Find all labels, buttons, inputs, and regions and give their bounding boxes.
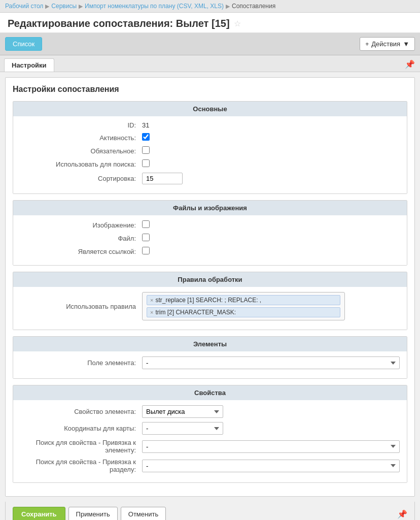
field-sort: Сортировка: 15 xyxy=(20,173,400,184)
label-rules: Использовать правила xyxy=(20,303,142,310)
favorite-icon[interactable]: ☆ xyxy=(234,19,241,28)
basic-section: Основные ID: 31 Активность: Обязательное… xyxy=(13,101,407,194)
label-image: Изображение: xyxy=(20,221,142,229)
rule-close-2[interactable]: × xyxy=(150,309,153,315)
field-id: ID: 31 xyxy=(20,121,400,129)
actions-button[interactable]: + Действия ▼ xyxy=(360,37,415,51)
field-map-coords: Координаты для карты: - xyxy=(20,422,400,435)
label-file: Файл: xyxy=(20,235,142,242)
chevron-down-icon: ▼ xyxy=(403,40,409,48)
checkbox-search[interactable] xyxy=(142,159,150,167)
breadcrumb-current: Сопоставления xyxy=(232,3,275,10)
label-search: Использовать для поиска: xyxy=(20,160,142,168)
rules-section-header: Правила обработки xyxy=(13,272,407,287)
field-image: Изображение: xyxy=(20,220,400,230)
field-element-field: Поле элемента: - xyxy=(20,356,400,369)
main-content: Настройки сопоставления Основные ID: 31 … xyxy=(5,77,415,497)
breadcrumb-sep-1: ▶ xyxy=(45,3,49,10)
checkbox-image[interactable] xyxy=(142,220,150,228)
elements-section-header: Элементы xyxy=(13,337,407,351)
properties-section: Свойства Свойство элемента: Вылет диска … xyxy=(13,385,407,483)
bottom-buttons: Сохранить Применить Отменить xyxy=(13,507,166,520)
pin-bottom-icon[interactable]: 📌 xyxy=(397,509,407,519)
field-element-property: Свойство элемента: Вылет диска xyxy=(20,405,400,418)
field-file: Файл: xyxy=(20,234,400,243)
basic-section-header: Основные xyxy=(13,102,407,116)
rules-container: × str_replace [1] SEARCH: ; REPLACE: , ×… xyxy=(142,292,345,320)
label-search-element: Поиск для свойства - Привязка к элементу… xyxy=(20,439,142,454)
label-element-field: Поле элемента: xyxy=(20,359,142,367)
field-search-element: Поиск для свойства - Привязка к элементу… xyxy=(20,439,400,454)
breadcrumb-sep-3: ▶ xyxy=(226,3,230,10)
rules-section: Правила обработки Использовать правила ×… xyxy=(13,272,407,330)
label-map-coords: Координаты для карты: xyxy=(20,425,142,432)
elements-section: Элементы Поле элемента: - xyxy=(13,336,407,379)
list-button[interactable]: Список xyxy=(5,37,42,51)
page-title: Редактирование сопоставления: Вылет [15] xyxy=(8,18,230,29)
checkbox-activity[interactable] xyxy=(142,133,150,141)
properties-section-header: Свойства xyxy=(13,385,407,400)
field-search: Использовать для поиска: xyxy=(20,159,400,169)
select-element-field[interactable]: - xyxy=(142,356,400,369)
breadcrumb-import[interactable]: Импорт номенклатуры по плану (CSV, XML, … xyxy=(85,3,224,10)
field-link: Является ссылкой: xyxy=(20,247,400,256)
save-button[interactable]: Сохранить xyxy=(13,507,65,520)
breadcrumb-desktop[interactable]: Рабочий стол xyxy=(5,3,43,10)
bottom-bar: Сохранить Применить Отменить 📌 xyxy=(5,502,415,520)
cancel-button[interactable]: Отменить xyxy=(121,507,166,520)
properties-section-body: Свойство элемента: Вылет диска Координат… xyxy=(13,400,407,482)
basic-section-body: ID: 31 Активность: Обязательное: Использ… xyxy=(13,116,407,193)
select-search-section[interactable]: - xyxy=(142,460,400,472)
form-section-title: Настройки сопоставления xyxy=(13,85,407,94)
files-section: Файлы и изображения Изображение: Файл: Я… xyxy=(13,200,407,266)
rule-text-2: trim [2] CHARACTER_MASK: xyxy=(155,309,236,316)
files-section-body: Изображение: Файл: Является ссылкой: xyxy=(13,215,407,265)
select-search-element[interactable]: - xyxy=(142,440,400,453)
checkbox-file[interactable] xyxy=(142,234,150,241)
field-required: Обязательное: xyxy=(20,146,400,155)
value-id: 31 xyxy=(142,121,149,129)
select-element-property[interactable]: Вылет диска xyxy=(142,405,223,418)
toolbar: Список + Действия ▼ xyxy=(0,33,420,55)
checkbox-link[interactable] xyxy=(142,247,150,254)
breadcrumb-sep-2: ▶ xyxy=(79,3,83,10)
rule-text-1: str_replace [1] SEARCH: ; REPLACE: , xyxy=(155,297,261,304)
checkbox-required[interactable] xyxy=(142,146,150,154)
breadcrumb-services[interactable]: Сервисы xyxy=(51,3,77,10)
tabs-bar: Настройки 📌 xyxy=(0,55,420,72)
apply-button[interactable]: Применить xyxy=(68,507,118,520)
breadcrumb: Рабочий стол ▶ Сервисы ▶ Импорт номенкла… xyxy=(0,0,420,13)
pin-icon[interactable]: 📌 xyxy=(405,59,415,71)
label-search-section: Поиск для свойства - Привязка к разделу: xyxy=(20,458,142,473)
tab-settings[interactable]: Настройки xyxy=(4,58,54,72)
label-link: Является ссылкой: xyxy=(20,248,142,255)
select-map-coords[interactable]: - xyxy=(142,422,223,435)
field-rules: Использовать правила × str_replace [1] S… xyxy=(20,292,400,320)
label-id: ID: xyxy=(20,121,142,129)
label-activity: Активность: xyxy=(20,134,142,142)
elements-section-body: Поле элемента: - xyxy=(13,351,407,378)
actions-label: Действия xyxy=(371,40,400,48)
rules-section-body: Использовать правила × str_replace [1] S… xyxy=(13,287,407,330)
rule-tag-1: × str_replace [1] SEARCH: ; REPLACE: , xyxy=(147,295,340,305)
label-sort: Сортировка: xyxy=(20,175,142,182)
input-sort[interactable]: 15 xyxy=(142,173,183,184)
files-section-header: Файлы и изображения xyxy=(13,201,407,215)
field-activity: Активность: xyxy=(20,133,400,142)
page-header: Редактирование сопоставления: Вылет [15]… xyxy=(0,13,420,33)
rule-tag-2: × trim [2] CHARACTER_MASK: xyxy=(147,307,340,317)
label-required: Обязательное: xyxy=(20,147,142,155)
label-element-property: Свойство элемента: xyxy=(20,408,142,415)
plus-icon: + xyxy=(365,41,369,48)
rule-close-1[interactable]: × xyxy=(150,297,153,303)
field-search-section: Поиск для свойства - Привязка к разделу:… xyxy=(20,458,400,473)
